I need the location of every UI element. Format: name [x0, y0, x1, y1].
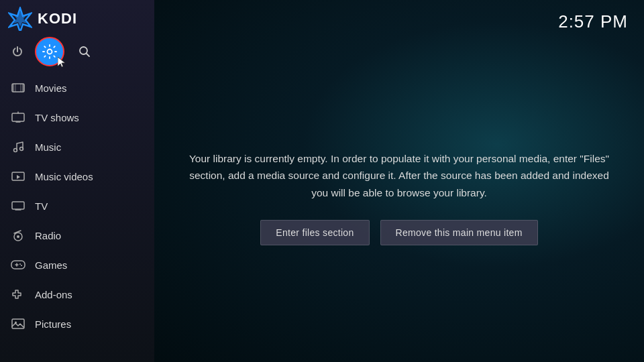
- library-message-box: Your library is currently empty. In orde…: [181, 150, 617, 246]
- sidebar: KODI: [0, 0, 154, 362]
- sidebar-item-movies[interactable]: Movies: [0, 73, 154, 103]
- music-videos-icon: [11, 169, 25, 184]
- tv-icon: [11, 198, 25, 213]
- pictures-icon: [11, 316, 25, 331]
- svg-point-2: [48, 50, 52, 54]
- sidebar-item-add-ons[interactable]: Add-ons: [0, 280, 154, 309]
- kodi-logo-icon: [8, 7, 32, 31]
- sidebar-item-pictures[interactable]: Pictures: [0, 309, 154, 339]
- music-videos-label: Music videos: [35, 171, 93, 182]
- svg-point-16: [17, 235, 19, 238]
- radio-icon: [11, 228, 25, 243]
- movies-icon: [11, 80, 25, 95]
- library-empty-message: Your library is currently empty. In orde…: [181, 150, 617, 202]
- svg-point-12: [20, 147, 23, 151]
- sidebar-item-games[interactable]: Games: [0, 250, 154, 280]
- content-area: Your library is currently empty. In orde…: [154, 34, 644, 362]
- svg-rect-20: [12, 319, 24, 328]
- svg-point-11: [14, 149, 17, 152]
- svg-rect-7: [22, 84, 24, 92]
- music-icon: [11, 139, 25, 154]
- settings-gear-icon: [42, 44, 58, 60]
- svg-rect-10: [12, 113, 24, 121]
- settings-button[interactable]: [35, 37, 64, 66]
- tv-shows-icon: [11, 110, 25, 125]
- svg-rect-9: [20, 84, 21, 92]
- pictures-label: Pictures: [35, 318, 71, 330]
- sidebar-icons-row: [0, 37, 154, 73]
- sidebar-item-music[interactable]: Music: [0, 132, 154, 162]
- music-label: Music: [35, 141, 61, 153]
- search-icon: [78, 45, 91, 58]
- search-button[interactable]: [72, 40, 97, 64]
- tv-label: TV: [35, 200, 48, 212]
- cursor-indicator: [58, 57, 66, 68]
- svg-rect-14: [12, 202, 24, 209]
- power-button[interactable]: [5, 40, 30, 64]
- sidebar-item-radio[interactable]: Radio: [0, 221, 154, 250]
- sidebar-header: KODI: [0, 0, 154, 37]
- svg-point-19: [21, 265, 22, 266]
- radio-label: Radio: [35, 230, 61, 241]
- add-ons-label: Add-ons: [35, 289, 72, 300]
- enter-files-button[interactable]: Enter files section: [260, 220, 369, 245]
- power-icon: [11, 45, 24, 58]
- sidebar-item-music-videos[interactable]: Music videos: [0, 162, 154, 191]
- main-content: 2:57 PM Your library is currently empty.…: [154, 0, 644, 362]
- sidebar-item-tv-shows[interactable]: TV shows: [0, 103, 154, 132]
- top-bar: 2:57 PM: [154, 0, 644, 34]
- games-label: Games: [35, 259, 67, 271]
- svg-point-4: [80, 47, 87, 54]
- svg-point-18: [19, 263, 21, 265]
- svg-rect-6: [12, 84, 14, 92]
- action-buttons-row: Enter files section Remove this main men…: [181, 220, 617, 245]
- sidebar-nav: Movies TV shows Music Music videos TV: [0, 73, 154, 362]
- svg-rect-8: [15, 84, 16, 92]
- remove-menu-item-button[interactable]: Remove this main menu item: [380, 220, 538, 245]
- tv-shows-label: TV shows: [35, 112, 79, 123]
- app-title: KODI: [38, 10, 77, 27]
- add-ons-icon: [11, 287, 25, 302]
- sidebar-item-tv[interactable]: TV: [0, 191, 154, 221]
- movies-label: Movies: [35, 82, 67, 94]
- games-icon: [11, 257, 25, 272]
- time-display: 2:57 PM: [558, 11, 628, 32]
- svg-marker-3: [58, 57, 65, 67]
